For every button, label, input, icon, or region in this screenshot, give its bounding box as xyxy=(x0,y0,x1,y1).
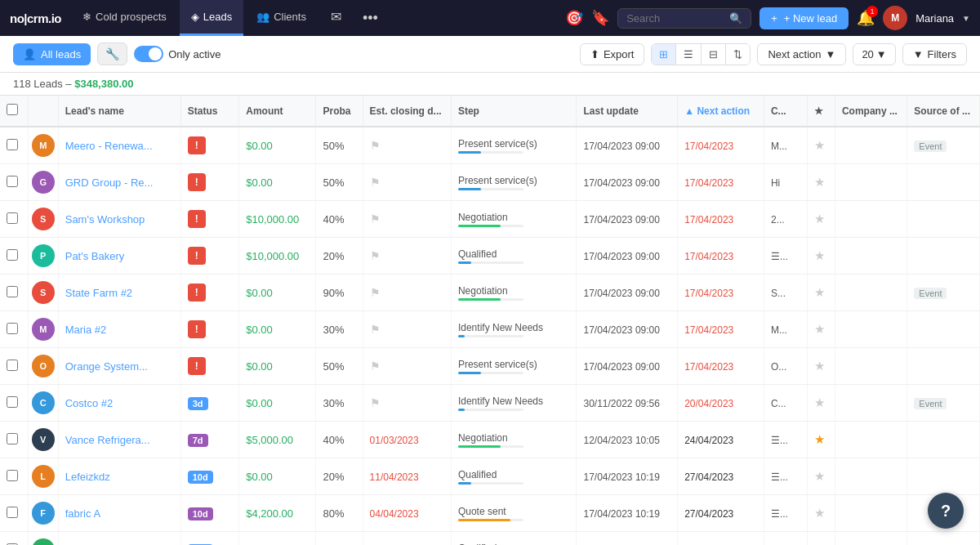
star-icon[interactable]: ★ xyxy=(814,432,825,446)
col-closing[interactable]: Est. closing d... xyxy=(363,96,451,127)
row-checkbox[interactable] xyxy=(7,286,18,297)
count-button[interactable]: 20 ▼ xyxy=(853,43,895,65)
tab-clients[interactable]: 👥 Clients xyxy=(245,0,318,36)
tab-leads[interactable]: ◈ Leads xyxy=(180,0,243,36)
search-input[interactable] xyxy=(626,12,724,25)
all-leads-button[interactable]: 👤 All leads xyxy=(13,43,91,65)
star-icon[interactable]: ★ xyxy=(814,212,825,226)
row-checkbox[interactable] xyxy=(7,433,18,444)
step-label: Negotiation xyxy=(458,285,570,297)
lead-name[interactable]: Vance Refrigera... xyxy=(65,434,150,446)
step-label: Negotiation xyxy=(458,212,570,223)
lead-name[interactable]: State Farm #2 xyxy=(65,287,132,299)
select-all-checkbox[interactable] xyxy=(7,104,18,115)
lead-name[interactable]: Orange System... xyxy=(65,360,148,373)
star-icon[interactable]: ★ xyxy=(814,248,825,262)
avatar: C xyxy=(32,391,55,414)
row-checkbox[interactable] xyxy=(7,396,18,408)
next-action-date: 24/04/2023 xyxy=(684,435,733,446)
only-active-toggle[interactable] xyxy=(134,46,163,62)
table-row: SState Farm #2!$0.0090%⚑ Negotiation 17/… xyxy=(0,275,980,311)
sort-view-button[interactable]: ⇅ xyxy=(726,44,750,65)
col-last-update[interactable]: Last update xyxy=(577,96,678,127)
search-icon: 🔍 xyxy=(729,12,742,25)
tab-email[interactable]: ✉ xyxy=(319,0,353,36)
help-button[interactable]: ? xyxy=(928,493,964,529)
step-label: Present service(s) xyxy=(458,175,570,186)
filters-button[interactable]: ▼ Filters xyxy=(902,43,967,65)
step-label: Negotiation xyxy=(458,432,570,444)
company-abbr: ☰... xyxy=(771,251,788,262)
col-lead-name[interactable]: Lead's name xyxy=(58,96,180,127)
list-view-button[interactable]: ☰ xyxy=(676,44,702,65)
row-checkbox[interactable] xyxy=(7,176,18,187)
notification-btn[interactable]: 🔔 1 xyxy=(857,9,875,27)
logo[interactable]: no|crm.io xyxy=(10,11,61,25)
col-proba[interactable]: Proba xyxy=(316,96,363,127)
table-row: LLefeizkdz10d$0.0020%11/04/2023 Qualifie… xyxy=(0,458,980,495)
row-checkbox[interactable] xyxy=(7,212,18,224)
lead-name[interactable]: Meero - Renewa... xyxy=(65,140,153,152)
proba: 50% xyxy=(323,140,344,152)
chart-view-button[interactable]: ⊟ xyxy=(702,44,726,65)
bookmark-icon[interactable]: 🔖 xyxy=(591,9,609,27)
row-checkbox[interactable] xyxy=(7,249,18,261)
user-name[interactable]: Mariana xyxy=(915,12,954,25)
star-icon[interactable]: ★ xyxy=(814,322,825,336)
star-icon[interactable]: ★ xyxy=(814,506,825,520)
avatar[interactable]: M xyxy=(883,6,907,30)
last-update: 30/11/2022 09:56 xyxy=(583,398,659,409)
row-checkbox[interactable] xyxy=(7,507,18,518)
last-update: 17/04/2023 09:00 xyxy=(583,251,659,262)
next-action-date: 17/04/2023 xyxy=(684,214,733,226)
col-source[interactable]: Source of ... xyxy=(907,96,980,127)
star-icon[interactable]: ★ xyxy=(814,138,825,152)
export-button[interactable]: ⬆ Export xyxy=(580,43,645,65)
lead-name[interactable]: fabric A xyxy=(65,507,100,520)
next-action-date: 20/04/2023 xyxy=(684,398,733,409)
tab-cold-prospects[interactable]: ❄ Cold prospects xyxy=(71,0,178,36)
new-lead-button[interactable]: + + New lead xyxy=(760,7,849,29)
row-checkbox[interactable] xyxy=(7,470,18,481)
more-nav-btn[interactable]: ••• xyxy=(354,0,386,36)
star-icon[interactable]: ★ xyxy=(814,359,825,373)
lead-name[interactable]: GRD Group - Re... xyxy=(65,176,154,189)
view-buttons: ⊞ ☰ ⊟ ⇅ xyxy=(651,43,751,65)
source-badge: Event xyxy=(914,288,947,299)
col-star[interactable]: ★ xyxy=(807,96,835,127)
target-icon[interactable]: 🎯 xyxy=(565,9,583,27)
no-closing-date: ⚑ xyxy=(370,286,381,299)
lead-name[interactable]: Pat's Bakery xyxy=(65,250,125,262)
wrench-button[interactable]: 🔧 xyxy=(97,42,127,65)
step-label: Qualified xyxy=(458,248,570,260)
next-action-button[interactable]: Next action ▼ xyxy=(757,43,846,65)
step-label: Identify New Needs xyxy=(458,395,570,407)
row-checkbox[interactable] xyxy=(7,323,18,334)
col-status[interactable]: Status xyxy=(180,96,239,127)
step-info: Qualified xyxy=(458,248,570,264)
col-next-action[interactable]: ▲ Next action xyxy=(678,96,764,127)
star-icon[interactable]: ★ xyxy=(814,469,825,483)
row-checkbox[interactable] xyxy=(7,360,18,371)
col-company-name[interactable]: Company ... xyxy=(835,96,906,127)
col-amount[interactable]: Amount xyxy=(239,96,316,127)
table-row: CCostco #23d$0.0030%⚑ Identify New Needs… xyxy=(0,385,980,422)
row-checkbox[interactable] xyxy=(7,139,18,150)
company-abbr: 2... xyxy=(771,214,785,226)
star-icon[interactable]: ★ xyxy=(814,285,825,299)
step-progress-bar xyxy=(458,225,523,227)
col-step[interactable]: Step xyxy=(451,96,577,127)
star-icon[interactable]: ★ xyxy=(814,175,825,189)
amount: $0.00 xyxy=(246,397,273,409)
search-box[interactable]: 🔍 xyxy=(617,8,751,29)
lead-name[interactable]: Lefeizkdz xyxy=(65,471,110,483)
col-company-abbr[interactable]: C... xyxy=(764,96,807,127)
star-icon[interactable]: ★ xyxy=(814,395,825,409)
step-info: Identify New Needs xyxy=(458,322,570,337)
lead-name[interactable]: Maria #2 xyxy=(65,324,107,336)
amount: $5,000.00 xyxy=(246,434,293,446)
lead-name[interactable]: Sam's Workshop xyxy=(65,213,145,226)
lead-name[interactable]: Costco #2 xyxy=(65,397,114,409)
grid-view-button[interactable]: ⊞ xyxy=(652,44,676,65)
step-progress-bar xyxy=(458,519,523,521)
